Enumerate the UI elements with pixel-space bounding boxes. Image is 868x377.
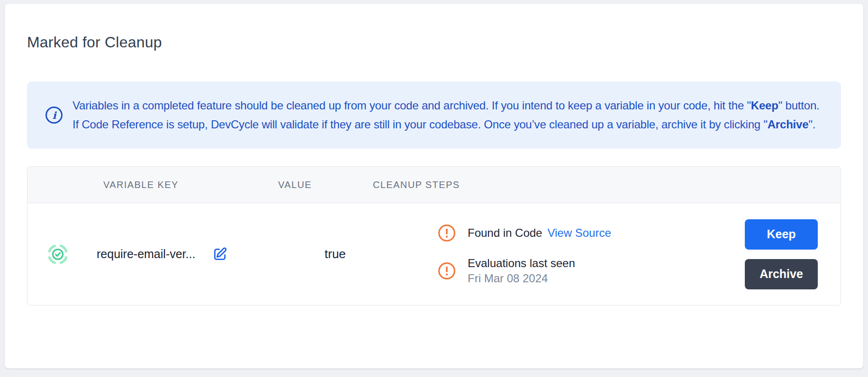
step-date: Fri Mar 08 2024 [468, 272, 575, 285]
table-row: require-email-ver... true [27, 203, 841, 305]
view-source-link[interactable]: View Source [547, 226, 611, 240]
column-header-variable-key: VARIABLE KEY [88, 180, 265, 190]
status-cell [27, 243, 88, 266]
cleanup-table: VARIABLE KEY VALUE CLEANUP STEPS [27, 166, 841, 305]
variable-key: require-email-ver... [97, 247, 195, 261]
banner-segment: ". [808, 118, 815, 131]
column-header-value: VALUE [265, 180, 371, 190]
table-header-row: VARIABLE KEY VALUE CLEANUP STEPS [27, 167, 841, 203]
variable-value: true [265, 247, 371, 261]
info-icon: i [45, 106, 63, 124]
variable-complete-icon [46, 243, 69, 266]
step-label: Evaluations last seen [468, 257, 575, 270]
step-text-block: Evaluations last seen Fri Mar 08 2024 [468, 257, 575, 285]
alert-circle-icon [437, 224, 456, 242]
cleanup-steps-cell: Found in Code View Source Evaluations la… [371, 224, 732, 285]
keep-button[interactable]: Keep [745, 219, 818, 250]
actions-cell: Keep Archive [732, 219, 841, 289]
banner-keep-emphasis: Keep [751, 99, 778, 112]
cleanup-step-found-in-code: Found in Code View Source [437, 224, 732, 242]
banner-archive-emphasis: Archive [768, 118, 809, 131]
step-label: Found in Code [468, 226, 542, 240]
edit-icon [212, 246, 228, 262]
alert-circle-icon [437, 261, 456, 280]
variable-key-cell: require-email-ver... [88, 246, 265, 263]
banner-segment: Variables in a completed feature should … [72, 99, 751, 112]
edit-variable-button[interactable] [211, 246, 228, 263]
column-header-cleanup-steps: CLEANUP STEPS [371, 180, 732, 190]
archive-button[interactable]: Archive [745, 259, 818, 289]
cleanup-step-evaluations: Evaluations last seen Fri Mar 08 2024 [437, 257, 732, 285]
info-banner: i Variables in a completed feature shoul… [27, 81, 841, 149]
banner-message: Variables in a completed feature should … [72, 96, 822, 134]
marked-for-cleanup-card: Marked for Cleanup i Variables in a comp… [5, 4, 863, 368]
page-title: Marked for Cleanup [27, 33, 841, 51]
svg-text:i: i [53, 109, 57, 121]
